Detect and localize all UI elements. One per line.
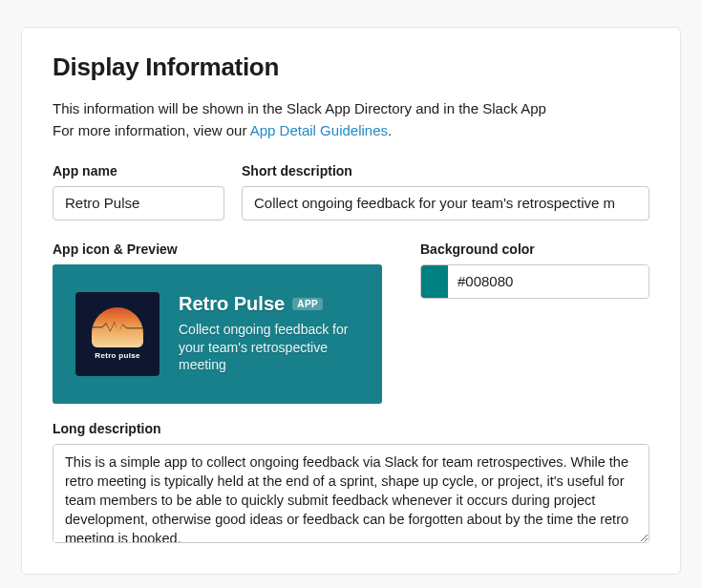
intro-prefix: For more information, view our bbox=[53, 122, 250, 138]
short-description-label: Short description bbox=[242, 163, 649, 178]
preview-bg-row: App icon & Preview Retro pulse Retro Pul… bbox=[53, 242, 649, 404]
background-color-label: Background color bbox=[420, 242, 649, 257]
preview-app-desc: Collect ongoing feedback for your team's… bbox=[179, 321, 359, 375]
app-icon-caption: Retro pulse bbox=[95, 351, 139, 360]
preview-text-block: Retro Pulse APP Collect ongoing feedback… bbox=[179, 293, 359, 375]
preview-title-row: Retro Pulse APP bbox=[179, 293, 359, 315]
background-color-input-wrapper bbox=[420, 264, 649, 299]
app-icon: Retro pulse bbox=[75, 292, 160, 376]
long-description-input[interactable] bbox=[53, 444, 649, 543]
app-icon-graphic bbox=[92, 307, 143, 347]
app-detail-guidelines-link[interactable]: App Detail Guidelines bbox=[250, 122, 388, 138]
intro-line-1: This information will be shown in the Sl… bbox=[53, 97, 649, 119]
long-description-label: Long description bbox=[53, 421, 649, 436]
name-short-row: App name Short description bbox=[53, 163, 649, 220]
app-preview-card: Retro pulse Retro Pulse APP Collect ongo… bbox=[53, 264, 382, 404]
intro-suffix: . bbox=[388, 122, 392, 138]
app-badge: APP bbox=[292, 298, 323, 310]
long-description-field: Long description bbox=[53, 421, 649, 547]
display-information-panel: Display Information This information wil… bbox=[21, 27, 681, 575]
page-title: Display Information bbox=[53, 52, 649, 82]
preview-app-name: Retro Pulse bbox=[179, 293, 285, 315]
app-name-input[interactable] bbox=[53, 186, 224, 220]
app-name-label: App name bbox=[53, 163, 224, 178]
app-icon-preview-label: App icon & Preview bbox=[53, 242, 382, 257]
short-description-input[interactable] bbox=[242, 186, 649, 220]
intro-line-2: For more information, view our App Detai… bbox=[53, 119, 649, 141]
background-color-field: Background color bbox=[420, 242, 649, 404]
color-swatch[interactable] bbox=[421, 265, 448, 298]
app-icon-preview-field: App icon & Preview Retro pulse Retro Pul… bbox=[53, 242, 382, 404]
background-color-input[interactable] bbox=[448, 265, 649, 298]
short-description-field: Short description bbox=[242, 163, 649, 220]
app-name-field: App name bbox=[53, 163, 224, 220]
